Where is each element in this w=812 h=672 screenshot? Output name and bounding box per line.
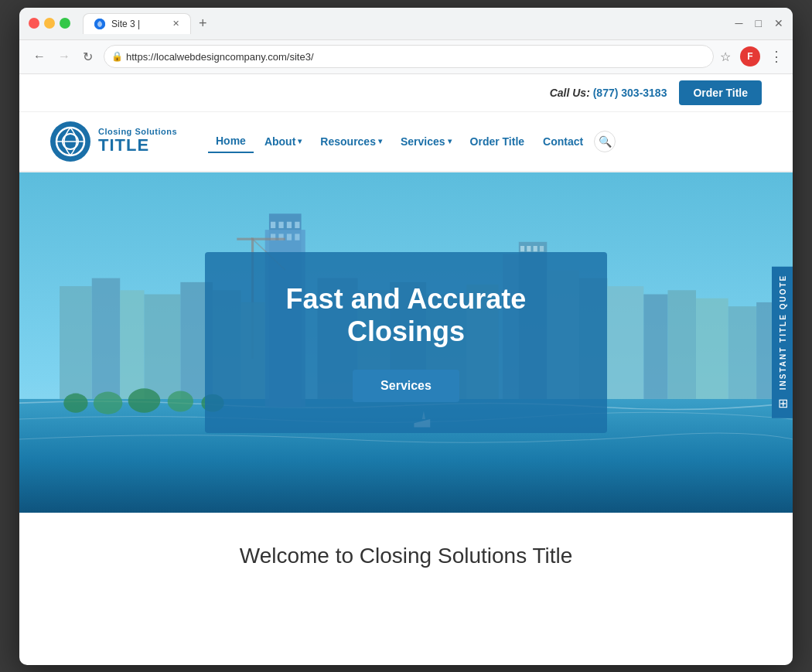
svg-rect-47 [527, 246, 531, 251]
browser-tab[interactable]: Site 3 | ✕ [83, 13, 191, 34]
svg-rect-10 [287, 221, 292, 227]
svg-rect-17 [237, 237, 285, 240]
search-icon[interactable]: 🔍 [594, 131, 616, 152]
hero-section: Fast and Accurate Closings Services INST… [19, 172, 793, 513]
svg-rect-29 [60, 286, 92, 399]
nav-contact[interactable]: Contact [535, 131, 591, 152]
svg-rect-8 [271, 221, 275, 227]
welcome-title: Welcome to Closing Solutions Title [50, 544, 762, 568]
lock-icon: 🔒 [111, 51, 123, 62]
nav-services[interactable]: Services ▾ [393, 131, 459, 152]
maximize-icon[interactable]: □ [756, 17, 762, 29]
svg-point-42 [94, 391, 122, 414]
svg-rect-26 [696, 298, 728, 398]
svg-rect-25 [668, 290, 696, 399]
browser-titlebar: Site 3 | ✕ + ─ □ ✕ [19, 8, 793, 40]
minimize-icon[interactable]: ─ [735, 17, 743, 29]
window-minimize-button[interactable] [44, 18, 55, 29]
nav-home[interactable]: Home [208, 130, 254, 153]
calculator-icon: ⊞ [778, 396, 788, 411]
instant-quote-label: INSTANT TITLE QUOTE [779, 274, 787, 389]
main-nav: Closing Solutions TITLE Home About ▾ Res… [19, 112, 793, 172]
welcome-section: Welcome to Closing Solutions Title [19, 513, 793, 599]
nav-buttons: ← → ↻ [29, 46, 97, 67]
top-bar: Call Us: (877) 303-3183 Order Title [19, 74, 793, 112]
svg-point-43 [128, 388, 161, 412]
svg-rect-14 [287, 234, 292, 240]
browser-menu-button[interactable]: ⋮ [769, 48, 783, 65]
svg-rect-15 [295, 234, 299, 240]
nav-resources[interactable]: Resources ▾ [312, 131, 390, 152]
logo-icon [50, 121, 90, 162]
reload-button[interactable]: ↻ [78, 46, 97, 67]
website-content: Call Us: (877) 303-3183 Order Title Clos… [19, 74, 793, 665]
svg-rect-9 [278, 221, 283, 227]
new-tab-button[interactable]: + [194, 14, 212, 33]
forward-button[interactable]: → [53, 46, 75, 67]
svg-rect-31 [120, 290, 144, 399]
back-button[interactable]: ← [29, 46, 50, 67]
nav-about[interactable]: About ▾ [257, 131, 309, 152]
window-controls [29, 18, 70, 29]
toolbar-icons: ☆ F ⋮ [720, 46, 783, 67]
svg-rect-49 [540, 246, 544, 251]
logo-area: Closing Solutions TITLE [50, 121, 177, 162]
svg-rect-23 [607, 286, 643, 399]
address-bar[interactable] [104, 45, 714, 68]
svg-rect-11 [295, 221, 299, 227]
call-us-label: Call Us: (877) 303-3183 [550, 87, 667, 99]
svg-rect-27 [728, 306, 756, 399]
address-wrapper: 🔒 [104, 45, 714, 68]
logo-text: Closing Solutions TITLE [98, 127, 177, 155]
window-close-button[interactable] [29, 18, 39, 29]
resources-chevron: ▾ [378, 137, 382, 145]
nav-links: Home About ▾ Resources ▾ Services ▾ Orde… [208, 130, 762, 153]
about-chevron: ▾ [298, 137, 302, 145]
svg-point-44 [168, 391, 193, 411]
svg-point-41 [63, 393, 87, 412]
window-maximize-button[interactable] [60, 18, 70, 29]
hero-title: Fast and Accurate Closings [251, 283, 561, 348]
hero-services-button[interactable]: Services [353, 370, 459, 402]
bookmark-icon[interactable]: ☆ [720, 49, 731, 64]
logo-title: TITLE [98, 136, 177, 155]
tab-title: Site 3 | [111, 19, 140, 29]
order-title-button[interactable]: Order Title [679, 80, 762, 105]
svg-rect-30 [92, 278, 120, 398]
svg-rect-48 [534, 246, 537, 251]
browser-addressbar: ← → ↻ 🔒 ☆ F ⋮ [19, 40, 793, 74]
tab-close-button[interactable]: ✕ [172, 19, 179, 29]
svg-rect-32 [144, 294, 180, 398]
window-control-icons: ─ □ ✕ [735, 17, 783, 29]
instant-quote-tab[interactable]: INSTANT TITLE QUOTE ⊞ [772, 266, 793, 418]
hero-content-box: Fast and Accurate Closings Services [205, 252, 607, 433]
nav-order-title[interactable]: Order Title [462, 131, 533, 152]
instant-quote-container: INSTANT TITLE QUOTE ⊞ [772, 266, 793, 418]
tab-favicon [94, 19, 105, 29]
profile-avatar[interactable]: F [740, 46, 760, 67]
phone-number[interactable]: (877) 303-3183 [593, 87, 667, 99]
call-us-text: Call Us: [550, 87, 590, 99]
browser-window: Site 3 | ✕ + ─ □ ✕ ← → ↻ 🔒 ☆ F ⋮ [19, 8, 793, 665]
close-icon[interactable]: ✕ [774, 17, 783, 29]
tab-bar: Site 3 | ✕ + [83, 13, 729, 34]
services-chevron: ▾ [448, 137, 452, 145]
svg-rect-46 [520, 246, 524, 251]
svg-rect-24 [643, 294, 667, 398]
